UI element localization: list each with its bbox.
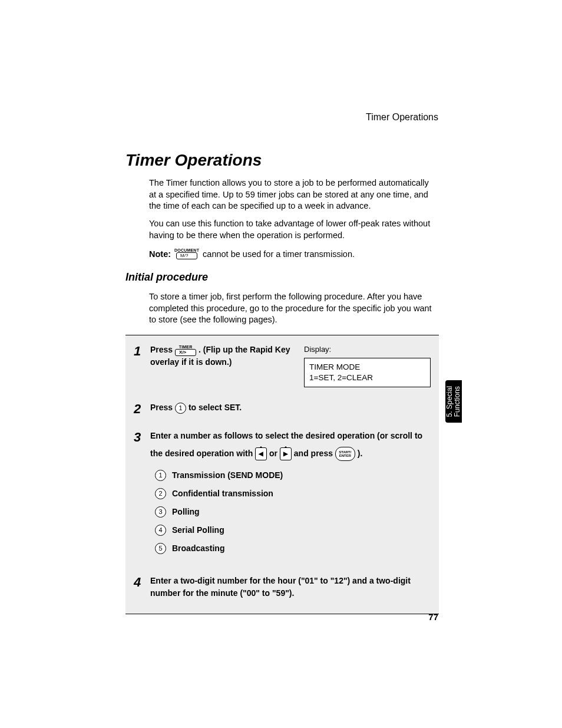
operation-option: 5 Broadcasting [155,542,431,555]
step-3: 3 Enter a number as follows to select th… [125,426,439,564]
step3-close: ). [358,449,363,458]
operation-list: 1 Transmission (SEND MODE) 2 Confidentia… [155,469,431,555]
operation-option: 2 Confidential transmission [155,487,431,500]
note-row: Note: DOCUMENT M/? cannot be used for a … [149,248,355,259]
display-line-2: 1=SET, 2=CLEAR [309,373,425,383]
timer-key-icon: TIMER X/> [175,345,196,356]
operation-label: Broadcasting [172,542,224,555]
display-box: TIMER MODE 1=SET, 2=CLEAR [304,358,431,387]
start-enter-key-icon: START/ ENTER [335,447,355,461]
key-4-icon: 4 [155,525,166,536]
step-2: 2 Press 1 to select SET. [125,398,439,419]
display-line-1: TIMER MODE [309,362,425,373]
step-4: 4 Enter a two-digit number for the hour … [125,571,439,603]
operation-option: 4 Serial Polling [155,524,431,536]
steps-box: 1 Press TIMER X/> . (Flip up the Rapid K… [125,335,439,614]
manual-page: Timer Operations Timer Operations The Ti… [0,0,562,728]
operation-label: Transmission (SEND MODE) [172,469,283,482]
key-1-icon: 1 [175,403,186,414]
right-arrow-key-icon: ▶ [280,447,292,460]
note-label: Note: [149,249,171,259]
step-number: 4 [134,575,150,599]
operation-option: 1 Transmission (SEND MODE) [155,469,431,482]
operation-label: Serial Polling [172,524,224,536]
key-2-icon: 2 [155,488,166,499]
step2-press: Press [150,403,175,412]
intro-paragraph-2: You can use this function to take advant… [149,218,438,241]
running-header: Timer Operations [366,112,438,123]
key-1-icon: 1 [155,470,166,481]
operation-option: 3 Polling [155,506,431,518]
chapter-tab-line1: 5. Special [446,386,454,417]
intro-paragraph-1: The Timer function allows you to store a… [149,177,438,212]
chapter-tab: 5. Special Functions [445,380,462,423]
step4-text: Enter a two-digit number for the hour ("… [150,575,431,599]
document-key-icon: DOCUMENT M/? [174,248,199,259]
chapter-tab-line2: Functions [454,386,461,417]
left-arrow-key-icon: ◀ [255,447,267,460]
step3-line-a: Enter a number as follows to select the … [150,430,431,442]
step-number: 2 [134,401,150,416]
step-number: 3 [134,430,150,561]
step-1: 1 Press TIMER X/> . (Flip up the Rapid K… [125,340,439,391]
key-5-icon: 5 [155,543,166,554]
note-text: cannot be used for a timer transmission. [203,249,355,259]
page-title: Timer Operations [125,151,262,170]
key-3-icon: 3 [155,506,166,518]
step3-and-press: and press [294,449,335,458]
step-number: 1 [134,344,150,387]
step2-rest: to select SET. [189,403,242,412]
step1-press: Press [150,345,175,354]
section-intro: To store a timer job, first perform the … [149,291,438,326]
page-number: 77 [428,612,438,622]
operation-label: Confidential transmission [172,487,273,500]
step3-or: or [269,449,280,458]
display-label: Display: [304,344,431,355]
section-subhead: Initial procedure [125,271,208,284]
step3-line-b-pre: the desired operation with [150,449,255,458]
operation-label: Polling [172,506,200,518]
